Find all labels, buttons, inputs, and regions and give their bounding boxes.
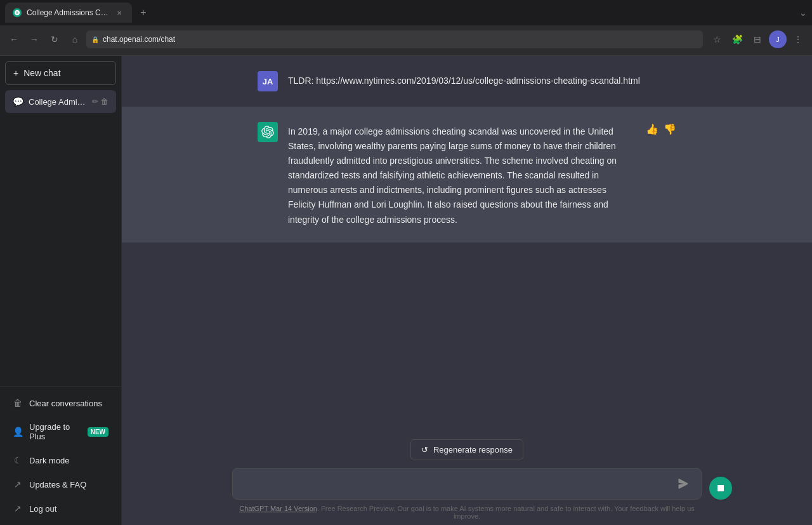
thumbs-down-button[interactable]: 👎	[664, 124, 676, 135]
tab-favicon	[13, 8, 22, 17]
reload-button[interactable]: ↻	[46, 30, 63, 48]
updates-faq-button[interactable]: ↗ Updates & FAQ	[5, 473, 116, 496]
regenerate-response-button[interactable]: ↺ Regenerate response	[410, 439, 523, 460]
upgrade-to-plus-button[interactable]: 👤 Upgrade to Plus NEW	[5, 416, 116, 448]
thumbs-up-button[interactable]: 👍	[646, 124, 658, 135]
footer-disclaimer: . Free Research Preview. Our goal is to …	[317, 505, 695, 520]
plus-icon: +	[13, 68, 18, 78]
address-bar[interactable]: 🔒 chat.openai.com/chat	[86, 30, 703, 48]
logout-icon: ↗	[13, 503, 23, 514]
url-text: chat.openai.com/chat	[103, 35, 175, 44]
split-view-button[interactable]: ⊟	[749, 30, 766, 48]
browser-chrome: College Admissions Cheating S ✕ + ⌄ ← → …	[0, 0, 812, 56]
chat-main: JA TLDR: https://www.nytimes.com/2019/03…	[122, 56, 812, 525]
user-initials: JA	[263, 77, 273, 86]
assistant-message: In 2019, a major college admissions chea…	[122, 107, 812, 243]
user-icon: 👤	[13, 427, 23, 437]
updates-faq-label: Updates & FAQ	[29, 480, 86, 489]
conversation-actions: ✏ 🗑	[92, 97, 108, 106]
regenerate-label: Regenerate response	[433, 445, 513, 455]
user-message-content: TLDR: https://www.nytimes.com/2019/03/12…	[288, 71, 676, 88]
sidebar-bottom: 🗑 Clear conversations 👤 Upgrade to Plus …	[0, 386, 121, 525]
tab-bar: College Admissions Cheating S ✕ + ⌄	[0, 0, 812, 25]
assistant-message-content: In 2019, a major college admissions chea…	[288, 122, 636, 227]
message-actions: 👍 👎	[646, 122, 676, 135]
delete-conversation-button[interactable]: 🗑	[101, 97, 108, 106]
tab-end: ⌄	[799, 8, 807, 18]
new-badge: NEW	[88, 427, 108, 437]
clear-conversations-button[interactable]: 🗑 Clear conversations	[5, 392, 116, 415]
edit-conversation-button[interactable]: ✏	[92, 97, 98, 106]
conversation-item[interactable]: 💬 College Admissions Ch ✏ 🗑	[5, 90, 116, 113]
sidebar-top: + New chat 💬 College Admissions Ch ✏ 🗑	[0, 56, 121, 386]
regenerate-icon: ↺	[421, 445, 428, 455]
stop-btn-wrapper	[709, 477, 732, 500]
user-avatar: JA	[258, 71, 278, 91]
ai-avatar	[258, 122, 278, 142]
stop-icon	[716, 483, 726, 493]
home-button[interactable]: ⌂	[66, 30, 84, 48]
external-link-icon: ↗	[13, 479, 23, 489]
assistant-message-inner: In 2019, a major college admissions chea…	[232, 122, 702, 227]
lock-icon: 🔒	[91, 36, 99, 43]
messages-area: JA TLDR: https://www.nytimes.com/2019/03…	[122, 56, 812, 429]
user-message-inner: JA TLDR: https://www.nytimes.com/2019/03…	[232, 71, 702, 91]
app-container: + New chat 💬 College Admissions Ch ✏ 🗑 🗑…	[0, 56, 812, 525]
menu-button[interactable]: ⋮	[789, 30, 807, 48]
chat-input[interactable]	[243, 477, 676, 491]
log-out-label: Log out	[29, 504, 56, 514]
svg-rect-0	[717, 485, 724, 491]
chat-icon: 💬	[13, 96, 23, 107]
version-link[interactable]: ChatGPT Mar 14 Version	[239, 505, 317, 512]
trash-icon: 🗑	[13, 398, 23, 408]
send-icon	[678, 479, 688, 489]
footer-text: ChatGPT Mar 14 Version. Free Research Pr…	[232, 505, 702, 520]
dark-mode-label: Dark mode	[29, 456, 70, 465]
nav-bar: ← → ↻ ⌂ 🔒 chat.openai.com/chat ☆ 🧩 ⊟ J ⋮	[0, 25, 812, 53]
active-tab[interactable]: College Admissions Cheating S ✕	[5, 3, 132, 23]
input-area: ↺ Regenerate response	[122, 429, 812, 525]
send-button[interactable]	[676, 476, 691, 491]
new-chat-label: New chat	[23, 68, 60, 78]
tab-close-button[interactable]: ✕	[114, 8, 124, 18]
log-out-button[interactable]: ↗ Log out	[5, 497, 116, 520]
tab-list-chevron[interactable]: ⌄	[799, 8, 807, 18]
tab-title: College Admissions Cheating S	[27, 8, 109, 17]
nav-actions: ☆ 🧩 ⊟ J ⋮	[708, 30, 807, 48]
forward-button[interactable]: →	[25, 30, 43, 48]
stop-button[interactable]	[709, 477, 732, 500]
clear-conversations-label: Clear conversations	[29, 399, 102, 408]
new-tab-button[interactable]: +	[134, 4, 152, 22]
sidebar: + New chat 💬 College Admissions Ch ✏ 🗑 🗑…	[0, 56, 122, 525]
profile-button[interactable]: J	[769, 30, 787, 48]
chat-input-container	[232, 468, 702, 500]
new-chat-button[interactable]: + New chat	[5, 61, 116, 85]
dark-mode-button[interactable]: ☾ Dark mode	[5, 449, 116, 472]
conversation-title: College Admissions Ch	[29, 97, 87, 107]
bookmark-star-button[interactable]: ☆	[708, 30, 726, 48]
user-message: JA TLDR: https://www.nytimes.com/2019/03…	[122, 56, 812, 107]
upgrade-label: Upgrade to Plus	[29, 422, 81, 441]
regenerate-btn-wrapper: ↺ Regenerate response	[137, 439, 797, 460]
extensions-button[interactable]: 🧩	[728, 30, 746, 48]
back-button[interactable]: ←	[5, 30, 23, 48]
moon-icon: ☾	[13, 455, 23, 465]
